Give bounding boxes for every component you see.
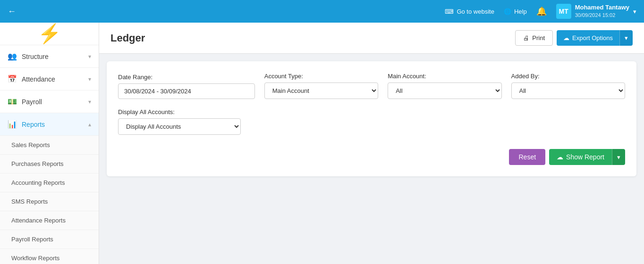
export-options-button[interactable]: ☁ Export Options <box>557 30 619 46</box>
main-layout: ⚡ 👥 Structure ▾ 📅 Attendance ▾ 💵 Payroll… <box>0 23 644 264</box>
added-by-group: Added By: All <box>511 73 625 99</box>
sidebar-item-attendance-label: Attendance <box>22 75 55 83</box>
navbar-left: ← <box>8 7 16 16</box>
print-icon: 🖨 <box>523 34 529 41</box>
show-report-group: ☁ Show Report ▾ <box>549 149 625 165</box>
help-button[interactable]: 🌐 Help <box>504 8 527 15</box>
sidebar-item-sms-reports[interactable]: SMS Reports <box>0 192 99 211</box>
export-label: Export Options <box>572 34 613 41</box>
notifications-bell[interactable]: 🔔 <box>536 6 547 16</box>
sidebar-item-structure[interactable]: 👥 Structure ▾ <box>0 45 99 68</box>
user-datetime: 30/09/2024 15:02 <box>575 12 629 18</box>
chevron-down-icon: ▾ <box>625 34 628 41</box>
chevron-up-icon: ▴ <box>88 121 91 128</box>
payroll-icon: 💵 <box>8 97 17 106</box>
export-dropdown-button[interactable]: ▾ <box>619 30 633 46</box>
content-header: Ledger 🖨 Print ☁ Export Options ▾ <box>99 23 644 54</box>
display-accounts-group: Display All Accounts: Display All Accoun… <box>118 108 241 135</box>
sidebar-item-attendance-reports[interactable]: Attendance Reports <box>0 211 99 230</box>
show-report-dropdown-button[interactable]: ▾ <box>612 149 625 165</box>
sidebar-item-reports[interactable]: 📊 Reports ▴ <box>0 113 99 136</box>
sales-reports-label: Sales Reports <box>11 141 50 148</box>
action-row: Reset ☁ Show Report ▾ <box>118 149 625 165</box>
top-navbar: ← ⌨ Go to website 🌐 Help 🔔 MT Mohamed Ta… <box>0 0 644 23</box>
goto-website-button[interactable]: ⌨ Go to website <box>445 8 494 15</box>
user-name: Mohamed Tantawy <box>575 4 629 12</box>
help-label: Help <box>514 8 527 15</box>
help-icon: 🌐 <box>504 8 511 15</box>
goto-website-label: Go to website <box>457 8 494 15</box>
filter-row-2: Display All Accounts: Display All Accoun… <box>118 108 625 135</box>
workflow-reports-label: Workflow Reports <box>11 255 59 262</box>
date-range-label: Date Range: <box>118 74 255 81</box>
sidebar-logo: ⚡ <box>0 23 99 45</box>
header-buttons: 🖨 Print ☁ Export Options ▾ <box>515 30 633 46</box>
user-dropdown-icon: ▾ <box>633 8 636 15</box>
sidebar-item-payroll-label: Payroll <box>22 98 42 106</box>
chevron-down-icon: ▾ <box>88 53 91 60</box>
sidebar-item-attendance[interactable]: 📅 Attendance ▾ <box>0 68 99 91</box>
sidebar-item-accounting-reports[interactable]: Accounting Reports <box>0 173 99 192</box>
sidebar-item-payroll[interactable]: 💵 Payroll ▾ <box>0 91 99 113</box>
account-type-group: Account Type: Main Account Sub Account A… <box>264 73 378 99</box>
export-cloud-icon: ☁ <box>563 34 569 41</box>
sms-reports-label: SMS Reports <box>11 198 48 205</box>
account-type-label: Account Type: <box>264 73 378 80</box>
reports-icon: 📊 <box>8 120 17 129</box>
chevron-down-icon: ▾ <box>88 99 91 105</box>
date-range-input[interactable] <box>118 83 255 99</box>
account-type-select[interactable]: Main Account Sub Account All <box>264 82 378 99</box>
print-button[interactable]: 🖨 Print <box>515 30 553 46</box>
content-area: Ledger 🖨 Print ☁ Export Options ▾ <box>99 23 644 264</box>
page-title: Ledger <box>110 32 145 44</box>
show-report-label: Show Report <box>566 153 604 161</box>
main-account-select[interactable]: All <box>388 82 501 99</box>
chevron-down-icon: ▾ <box>88 76 91 82</box>
export-btn-group: ☁ Export Options ▾ <box>557 30 633 46</box>
user-menu[interactable]: MT Mohamed Tantawy 30/09/2024 15:02 ▾ <box>556 4 636 19</box>
user-info: Mohamed Tantawy 30/09/2024 15:02 <box>575 4 629 18</box>
sidebar-item-purchases-reports[interactable]: Purchases Reports <box>0 155 99 173</box>
filter-panel: Date Range: Account Type: Main Account S… <box>107 61 636 176</box>
sidebar-item-payroll-reports[interactable]: Payroll Reports <box>0 230 99 249</box>
sidebar-item-sales-reports[interactable]: Sales Reports <box>0 136 99 155</box>
sidebar-item-reports-label: Reports <box>22 121 45 128</box>
back-button[interactable]: ← <box>8 7 16 16</box>
print-label: Print <box>532 34 545 41</box>
keyboard-icon: ⌨ <box>445 8 454 15</box>
display-accounts-label: Display All Accounts: <box>118 108 241 116</box>
chevron-down-icon: ▾ <box>617 154 620 161</box>
payroll-reports-label: Payroll Reports <box>11 236 53 243</box>
attendance-icon: 📅 <box>8 74 17 83</box>
sidebar-item-workflow-reports[interactable]: Workflow Reports <box>0 249 99 264</box>
sidebar-item-structure-label: Structure <box>22 53 49 60</box>
added-by-label: Added By: <box>511 73 625 80</box>
added-by-select[interactable]: All <box>511 82 625 99</box>
navbar-right: ⌨ Go to website 🌐 Help 🔔 MT Mohamed Tant… <box>445 4 636 19</box>
filter-row-1: Date Range: Account Type: Main Account S… <box>118 73 625 99</box>
show-cloud-icon: ☁ <box>557 153 563 161</box>
date-range-group: Date Range: <box>118 74 255 99</box>
reset-button[interactable]: Reset <box>509 149 545 165</box>
show-report-button[interactable]: ☁ Show Report <box>549 149 612 165</box>
structure-icon: 👥 <box>8 52 17 61</box>
display-accounts-select[interactable]: Display All Accounts Active Accounts Onl… <box>118 118 241 135</box>
avatar: MT <box>556 4 571 19</box>
logo-icon: ⚡ <box>38 23 61 45</box>
main-account-group: Main Account: All <box>388 73 501 99</box>
accounting-reports-label: Accounting Reports <box>11 179 65 186</box>
purchases-reports-label: Purchases Reports <box>11 160 64 167</box>
main-account-label: Main Account: <box>388 73 501 80</box>
attendance-reports-label: Attendance Reports <box>11 217 66 224</box>
sidebar: ⚡ 👥 Structure ▾ 📅 Attendance ▾ 💵 Payroll… <box>0 23 99 264</box>
